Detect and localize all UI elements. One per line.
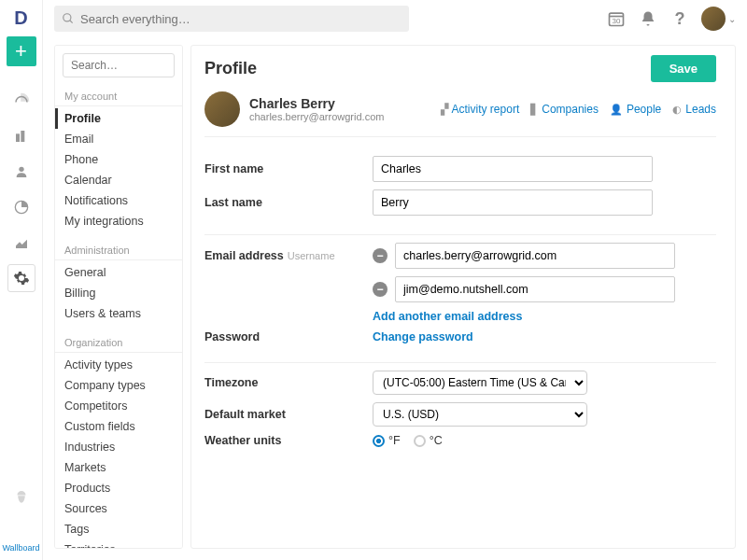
link-activity-report[interactable]: ▞Activity report: [441, 103, 520, 116]
calendar-icon[interactable]: 30: [606, 8, 627, 29]
label-weather: Weather units: [204, 434, 373, 447]
nav-email[interactable]: Email: [55, 129, 182, 149]
link-people[interactable]: 👤People: [610, 103, 661, 116]
people-icon[interactable]: [7, 158, 35, 186]
radio-icon: [414, 435, 426, 447]
nav-users[interactable]: Users & teams: [55, 303, 182, 324]
svg-line-5: [70, 21, 73, 23]
settings-sidebar: My account Profile Email Phone Calendar …: [54, 45, 183, 549]
avatar: [701, 7, 726, 31]
section-admin: Administration: [55, 239, 182, 260]
nav-notifications[interactable]: Notifications: [55, 190, 182, 211]
dashboard-icon[interactable]: [7, 87, 35, 115]
nav-calendar[interactable]: Calendar: [55, 170, 182, 190]
timezone-select[interactable]: (UTC-05:00) Eastern Time (US & Canada): [373, 371, 587, 395]
link-companies[interactable]: ▋Companies: [530, 103, 599, 116]
nav-territories[interactable]: Territories: [55, 539, 182, 549]
svg-point-2: [19, 167, 23, 172]
chart-icon: ▞: [441, 104, 448, 116]
section-my-account: My account: [55, 85, 182, 106]
market-select[interactable]: U.S. (USD): [373, 402, 587, 427]
profile-email: charles.berry@arrowgrid.com: [249, 111, 384, 122]
settings-icon[interactable]: [7, 264, 35, 292]
topbar: 30 ? ⌄: [43, 0, 747, 37]
email-input-2[interactable]: [395, 276, 675, 302]
first-name-input[interactable]: [373, 156, 653, 182]
nav-profile[interactable]: Profile: [55, 108, 182, 129]
svg-point-4: [63, 14, 71, 21]
chevron-down-icon: ⌄: [728, 14, 736, 24]
pie-icon: ◐: [672, 104, 682, 116]
profile-panel: Profile Save Charles Berry charles.berry…: [190, 45, 736, 549]
wallboard-link[interactable]: Wallboard: [2, 543, 39, 553]
remove-email-2[interactable]: −: [373, 282, 388, 297]
user-menu[interactable]: ⌄: [701, 7, 736, 31]
acorn-icon[interactable]: [7, 483, 35, 511]
section-org: Organization: [55, 331, 182, 353]
nav-markets[interactable]: Markets: [55, 457, 182, 478]
leads-icon[interactable]: [7, 193, 35, 221]
email-input-1[interactable]: [395, 243, 675, 269]
search-global[interactable]: [54, 6, 409, 32]
search-input[interactable]: [80, 12, 402, 26]
app-logo: D: [14, 7, 27, 29]
nav-integrations[interactable]: My integrations: [55, 211, 182, 231]
profile-name: Charles Berry: [249, 96, 384, 111]
nav-billing[interactable]: Billing: [55, 283, 182, 303]
page-title: Profile: [204, 59, 257, 78]
nav-custom-fields[interactable]: Custom fields: [55, 416, 182, 437]
change-password-link[interactable]: Change password: [373, 330, 473, 343]
nav-competitors[interactable]: Competitors: [55, 396, 182, 416]
sidebar-search-input[interactable]: [63, 53, 175, 77]
companies-icon[interactable]: [7, 122, 35, 150]
svg-rect-1: [21, 131, 24, 142]
weather-f-option[interactable]: °F: [373, 434, 401, 447]
nav-tags[interactable]: Tags: [55, 519, 182, 539]
radio-icon: [373, 435, 385, 447]
person-icon: 👤: [610, 104, 623, 116]
icon-rail: D + Wallboard: [0, 0, 43, 560]
label-market: Default market: [204, 408, 373, 421]
add-email-link[interactable]: Add another email address: [373, 310, 522, 323]
weather-c-option[interactable]: °C: [414, 434, 443, 447]
search-icon: [62, 12, 75, 25]
last-name-input[interactable]: [373, 189, 653, 216]
label-password: Password: [204, 330, 373, 343]
nav-general[interactable]: General: [55, 262, 182, 283]
label-timezone: Timezone: [204, 376, 373, 389]
label-last-name: Last name: [204, 196, 373, 209]
link-leads[interactable]: ◐Leads: [672, 103, 716, 116]
calendar-day: 30: [613, 17, 621, 25]
svg-rect-0: [16, 133, 20, 142]
add-button[interactable]: +: [7, 36, 36, 66]
nav-products[interactable]: Products: [55, 478, 182, 498]
nav-company-types[interactable]: Company types: [55, 375, 182, 396]
save-button[interactable]: Save: [651, 55, 716, 82]
profile-avatar[interactable]: [204, 91, 240, 127]
notifications-icon[interactable]: [638, 8, 658, 29]
nav-sources[interactable]: Sources: [55, 498, 182, 519]
remove-email-1[interactable]: −: [373, 248, 388, 263]
label-first-name: First name: [204, 162, 373, 175]
nav-phone[interactable]: Phone: [55, 149, 182, 170]
nav-activity-types[interactable]: Activity types: [55, 355, 182, 375]
reports-icon[interactable]: [7, 229, 35, 257]
label-email: Email addressUsername: [204, 249, 373, 262]
building-icon: ▋: [530, 104, 538, 116]
nav-industries[interactable]: Industries: [55, 437, 182, 457]
help-icon[interactable]: ?: [669, 8, 690, 29]
